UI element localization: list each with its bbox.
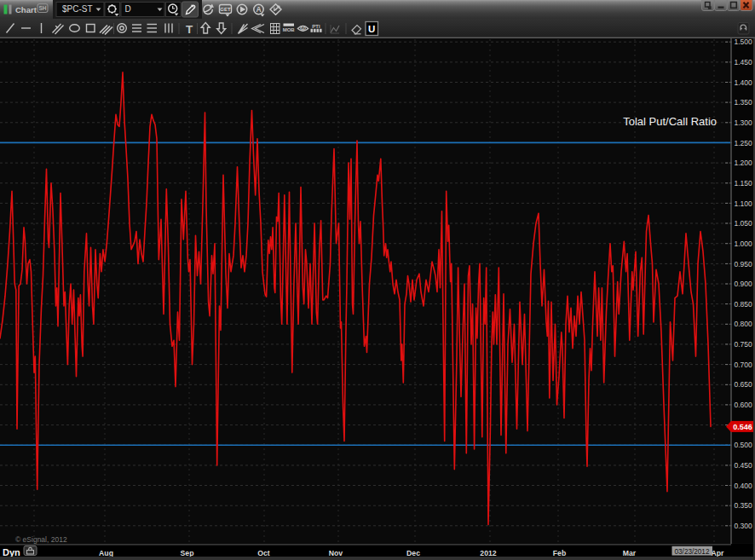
svg-text:D: D: [125, 4, 131, 14]
svg-text:U: U: [368, 24, 375, 34]
svg-text:0.900: 0.900: [735, 280, 753, 288]
svg-text:Dec: Dec: [406, 549, 420, 557]
svg-text:© eSignal, 2012: © eSignal, 2012: [15, 535, 67, 544]
svg-text:0.500: 0.500: [735, 441, 753, 449]
svg-text:1.000: 1.000: [735, 240, 753, 248]
svg-text:Mar: Mar: [623, 549, 637, 557]
svg-text:1.100: 1.100: [735, 199, 753, 208]
svg-text:0.850: 0.850: [735, 300, 753, 309]
svg-text:1.200: 1.200: [735, 159, 753, 167]
svg-text:1.300: 1.300: [735, 118, 753, 127]
svg-text:0.700: 0.700: [735, 361, 753, 369]
svg-text:1.150: 1.150: [735, 179, 753, 188]
svg-text:Aug: Aug: [99, 549, 113, 557]
svg-text:$PC-ST: $PC-ST: [62, 4, 93, 14]
svg-text:0.400: 0.400: [735, 482, 753, 490]
svg-text:0.800: 0.800: [735, 320, 753, 328]
svg-text:0.600: 0.600: [735, 401, 753, 409]
svg-text:2012: 2012: [480, 549, 496, 557]
svg-text:T: T: [186, 23, 193, 36]
svg-text:Chart: Chart: [15, 5, 37, 14]
svg-text:GET: GET: [220, 7, 231, 12]
svg-text:Oct: Oct: [257, 549, 270, 557]
svg-text:1.500: 1.500: [735, 38, 753, 46]
svg-text:A: A: [256, 5, 261, 14]
svg-text:u: u: [301, 25, 304, 31]
svg-text:Dyn: Dyn: [3, 547, 20, 557]
svg-text:0.350: 0.350: [735, 501, 753, 510]
svg-text:1.350: 1.350: [735, 98, 753, 107]
svg-text:0.750: 0.750: [735, 340, 753, 349]
svg-text:PTI: PTI: [312, 24, 320, 29]
svg-text:Feb: Feb: [553, 549, 566, 557]
svg-text:0.300: 0.300: [735, 522, 753, 530]
svg-text:Nov: Nov: [329, 549, 343, 557]
svg-text:0.450: 0.450: [735, 461, 753, 470]
svg-text:1.250: 1.250: [735, 139, 753, 147]
svg-text:Sep: Sep: [181, 549, 194, 557]
svg-text:0.546: 0.546: [733, 423, 752, 431]
svg-text:0.950: 0.950: [735, 260, 753, 268]
svg-text:Tolal Put/Call Ratio: Tolal Put/Call Ratio: [623, 115, 717, 128]
svg-text:1.050: 1.050: [735, 219, 753, 228]
svg-text:03/23/2012: 03/23/2012: [675, 548, 710, 556]
svg-text:MOB: MOB: [283, 27, 296, 32]
svg-text:1.400: 1.400: [735, 78, 753, 87]
svg-text:Apr: Apr: [712, 549, 725, 557]
svg-text:1.450: 1.450: [735, 58, 753, 66]
svg-text:0.650: 0.650: [735, 380, 753, 389]
svg-text:SH: SH: [38, 5, 46, 11]
